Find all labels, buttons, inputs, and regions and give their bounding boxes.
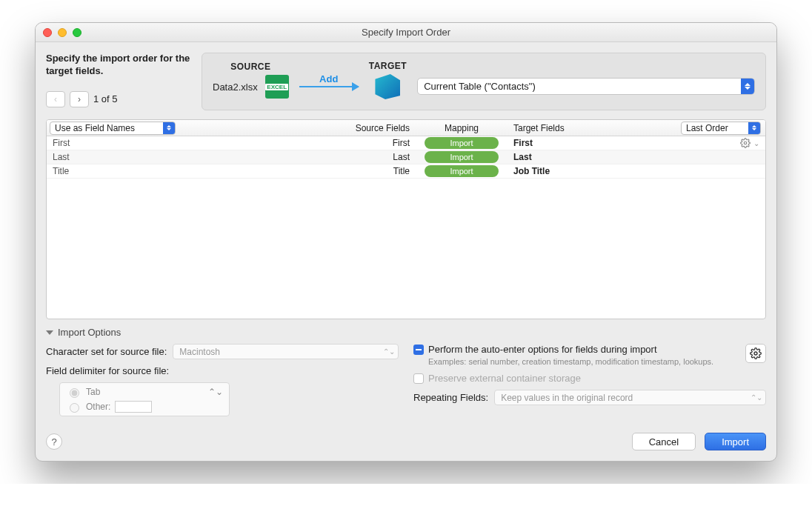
source-filename: Data2.xlsx [213, 81, 258, 93]
col-mapping: Mapping [417, 123, 506, 133]
table-row[interactable]: First First Import First ⌄ [47, 136, 765, 150]
chevron-down-icon[interactable]: ⌄ [753, 139, 759, 147]
chevron-updown-icon: ⌃⌄ [383, 347, 395, 356]
mapping-pill[interactable]: Import [425, 165, 499, 177]
table-row[interactable]: Last Last Import Last [47, 150, 765, 164]
target-table-select[interactable]: Current Table ("Contacts") [417, 78, 755, 95]
mapping-arrow: Add [299, 73, 359, 87]
field-names-select[interactable]: Use as Field Names [50, 122, 176, 135]
add-action-label: Add [319, 73, 338, 84]
source-label: SOURCE [230, 61, 270, 72]
row-source-field: First [180, 138, 417, 148]
table-header: Use as Field Names Source Fields Mapping… [47, 120, 765, 136]
mapping-table: Use as Field Names Source Fields Mapping… [46, 119, 766, 319]
disclosure-import-options[interactable]: Import Options [46, 327, 766, 338]
row-preview-value: Last [47, 152, 180, 162]
radio-icon [70, 403, 79, 413]
row-target-field: Job Title [506, 166, 736, 176]
autoenter-settings-button[interactable] [745, 344, 766, 363]
table-body: First First Import First ⌄ Last Last Imp… [47, 136, 765, 319]
row-source-field: Title [180, 166, 417, 176]
dialog-window: Specify Import Order Specify the import … [35, 22, 777, 462]
preserve-storage-checkbox: Preserve external container storage [413, 373, 581, 384]
row-source-field: Last [180, 152, 417, 162]
target-table-value: Current Table ("Contacts") [424, 81, 536, 92]
autoenter-checkbox[interactable]: Perform the auto-enter options for field… [413, 344, 713, 367]
instruction-text: Specify the import order for the target … [46, 53, 194, 78]
source-target-panel: SOURCE Data2.xlsx EXCEL Add [202, 53, 766, 110]
charset-select: Macintosh ⌃⌄ [173, 344, 399, 359]
col-target-fields: Target Fields [506, 123, 676, 133]
delimiter-group: Tab ⌃⌄ Other: [59, 382, 230, 416]
titlebar: Specify Import Order [36, 23, 776, 42]
repeating-label: Repeating Fields: [413, 392, 488, 403]
import-button[interactable]: Import [705, 433, 766, 450]
target-label: TARGET [369, 61, 407, 71]
pager-text: 1 of 5 [93, 93, 118, 104]
excel-icon: EXCEL [265, 75, 289, 99]
charset-label: Character set for source file: [46, 346, 167, 357]
next-record-button[interactable]: › [70, 91, 89, 107]
delimiter-label: Field delimiter for source file: [46, 365, 169, 376]
row-preview-value: First [47, 138, 180, 148]
repeating-select: Keep values in the original record ⌃⌄ [494, 390, 766, 405]
delimiter-tab-radio: Tab ⌃⌄ [66, 386, 223, 398]
gear-icon[interactable] [740, 138, 751, 148]
cancel-button[interactable]: Cancel [632, 433, 696, 450]
order-select[interactable]: Last Order [681, 122, 761, 135]
chevron-updown-icon [163, 122, 175, 134]
filemaker-icon [375, 74, 400, 99]
chevron-updown-icon: ⌃⌄ [751, 393, 762, 402]
chevron-updown-icon [748, 122, 760, 134]
window-title: Specify Import Order [36, 27, 776, 38]
row-preview-value: Title [47, 166, 180, 176]
row-target-field: Last [506, 152, 736, 162]
delimiter-other-input [115, 401, 152, 413]
svg-point-1 [754, 352, 757, 355]
help-button[interactable]: ? [46, 433, 62, 450]
import-options: Import Options Character set for source … [46, 327, 766, 422]
chevron-updown-icon: ⌃⌄ [208, 387, 223, 397]
mapping-pill[interactable]: Import [425, 151, 499, 163]
row-target-field: First [506, 138, 736, 148]
gear-icon [750, 347, 762, 359]
delimiter-other-radio: Other: [66, 401, 223, 413]
table-row[interactable]: Title Title Import Job Title [47, 164, 765, 179]
mapping-pill[interactable]: Import [425, 137, 499, 149]
prev-record-button[interactable]: ‹ [46, 91, 65, 107]
triangle-down-icon [46, 330, 53, 335]
radio-icon [70, 388, 79, 398]
chevron-updown-icon [741, 79, 754, 94]
svg-point-0 [744, 142, 747, 144]
